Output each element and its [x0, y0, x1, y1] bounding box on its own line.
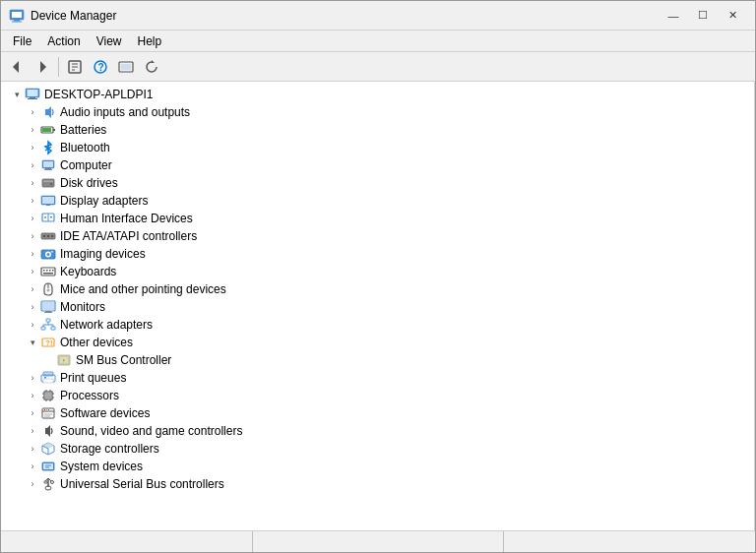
mice-label: Mice and other pointing devices [60, 282, 226, 296]
smbus-icon: ! [56, 352, 72, 368]
svg-rect-20 [53, 129, 55, 131]
svg-rect-1 [12, 12, 22, 18]
svg-rect-37 [43, 235, 45, 237]
main-content: ▾ DESKTOP-APLDPI1 › [1, 82, 755, 530]
forward-button[interactable] [31, 55, 54, 79]
svg-point-51 [47, 289, 50, 292]
list-item[interactable]: › Disk drives [1, 174, 754, 192]
back-button[interactable] [5, 55, 29, 79]
computer-icon [25, 87, 40, 102]
svg-rect-46 [46, 270, 48, 272]
list-item[interactable]: ▾ ?! Other devices [1, 334, 754, 351]
list-item[interactable]: › Software devices [1, 404, 754, 422]
list-item[interactable]: › Print queues [1, 369, 754, 387]
root-label: DESKTOP-APLDPI1 [44, 88, 153, 101]
svg-rect-18 [28, 98, 37, 99]
network-icon [40, 317, 56, 333]
menu-file[interactable]: File [5, 32, 39, 50]
list-item[interactable]: › Human Interface Devices [1, 210, 754, 227]
sound-video-label: Sound, video and game controllers [60, 424, 242, 438]
svg-rect-21 [42, 128, 51, 132]
list-item[interactable]: › Universal Serial Bus controllers [1, 475, 754, 493]
svg-text:?!: ?! [45, 338, 53, 347]
list-item[interactable]: › System devices [1, 458, 754, 475]
list-item[interactable]: › Batteries [1, 121, 754, 139]
list-item[interactable]: › Keyboards [1, 263, 754, 280]
svg-rect-57 [41, 327, 45, 330]
system-devices-label: System devices [60, 460, 143, 473]
maximize-button[interactable]: ☐ [688, 6, 718, 26]
computer-item-icon [40, 157, 56, 173]
ide-label: IDE ATA/ATAPI controllers [60, 229, 197, 243]
monitors-icon [40, 299, 56, 315]
tree-panel[interactable]: ▾ DESKTOP-APLDPI1 › [1, 82, 755, 530]
svg-point-28 [50, 183, 52, 185]
expand-icon: › [25, 103, 40, 121]
status-section-1 [1, 531, 253, 552]
svg-rect-71 [43, 379, 53, 383]
keyboard-icon [40, 264, 56, 279]
tree-root[interactable]: ▾ DESKTOP-APLDPI1 [1, 86, 754, 103]
svg-rect-16 [28, 90, 38, 96]
menu-bar: File Action View Help [1, 31, 755, 52]
list-item[interactable]: › Imaging devices [1, 245, 754, 263]
sound-video-icon [40, 423, 56, 439]
expand-icon: › [25, 139, 40, 156]
list-item[interactable]: › Network adapters [1, 316, 754, 334]
properties-button[interactable] [63, 55, 87, 79]
menu-action[interactable]: Action [39, 32, 88, 50]
keyboards-label: Keyboards [60, 265, 116, 278]
svg-rect-31 [46, 205, 50, 206]
usb-label: Universal Serial Bus controllers [60, 477, 224, 491]
expand-other-icon: ▾ [25, 334, 40, 351]
bluetooth-icon [40, 140, 56, 155]
bluetooth-label: Bluetooth [60, 141, 110, 154]
audio-label: Audio inputs and outputs [60, 105, 190, 119]
list-item[interactable]: › Processors [1, 387, 754, 404]
app-icon [9, 8, 25, 24]
menu-help[interactable]: Help [130, 32, 170, 50]
svg-rect-49 [43, 273, 53, 275]
list-item[interactable]: › Mice and other pointing devices [1, 280, 754, 298]
mouse-icon [40, 281, 56, 297]
svg-rect-23 [43, 161, 53, 167]
svg-marker-5 [40, 61, 46, 73]
usb-icon [40, 476, 56, 492]
list-item[interactable]: › Audio inputs and outputs [1, 103, 754, 121]
expand-icon: › [25, 440, 40, 458]
list-item[interactable]: › Sound, video and game controllers [1, 422, 754, 440]
expand-icon: › [25, 298, 40, 316]
list-item[interactable]: › Bluetooth [1, 139, 754, 156]
system-icon [40, 459, 56, 474]
svg-text:?: ? [98, 62, 104, 73]
svg-rect-72 [44, 377, 46, 379]
refresh-button[interactable] [140, 55, 163, 79]
list-item[interactable]: › Computer [1, 156, 754, 174]
svg-rect-47 [49, 270, 51, 272]
svg-rect-74 [45, 393, 51, 399]
list-item[interactable]: › IDE ATA/ATAPI controllers [1, 227, 754, 245]
scan-button[interactable] [114, 55, 138, 79]
audio-icon [40, 104, 56, 120]
status-bar [1, 530, 755, 552]
minimize-button[interactable]: — [659, 6, 688, 26]
imaging-icon [40, 246, 56, 262]
expand-icon: › [25, 404, 40, 422]
list-item[interactable]: › Monitors [1, 298, 754, 316]
update-driver-button[interactable]: ? [89, 55, 112, 79]
list-item[interactable]: ! SM Bus Controller [1, 351, 754, 369]
svg-rect-30 [42, 197, 54, 204]
list-item[interactable]: › Display adapters [1, 192, 754, 210]
svg-text:!: ! [63, 358, 64, 364]
list-item[interactable]: › Storage controllers [1, 440, 754, 458]
expand-icon: › [25, 227, 40, 245]
close-button[interactable]: ✕ [718, 6, 747, 26]
print-queues-label: Print queues [60, 371, 126, 385]
menu-view[interactable]: View [89, 32, 130, 50]
expand-icon: › [25, 121, 40, 139]
processor-icon [40, 388, 56, 403]
expand-root-icon: ▾ [9, 86, 25, 103]
svg-rect-48 [52, 270, 54, 272]
disk-drives-label: Disk drives [60, 176, 118, 190]
svg-rect-25 [44, 169, 52, 170]
